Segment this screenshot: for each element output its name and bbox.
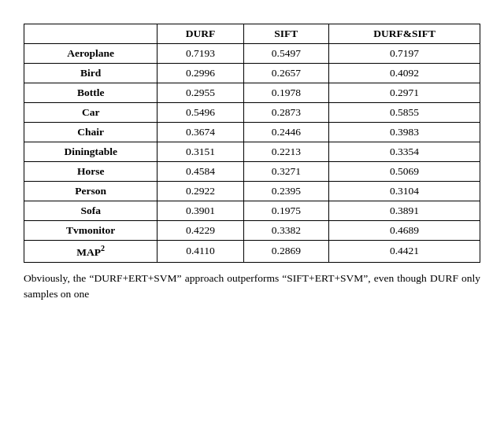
cell-sift: 0.2657 <box>243 64 328 83</box>
table-row: Horse0.45840.32710.5069 <box>24 162 480 182</box>
cell-durf-sift: 0.3891 <box>329 201 480 221</box>
cell-durf-sift: 0.4092 <box>329 64 480 83</box>
row-label: Aeroplane <box>24 44 158 64</box>
cell-durf: 0.3901 <box>158 201 243 221</box>
table-row: Bottle0.29550.19780.2971 <box>24 83 480 103</box>
cell-sift: 0.1978 <box>243 83 328 103</box>
cell-durf: 0.3151 <box>158 142 243 162</box>
cell-sift: 0.2873 <box>243 103 328 123</box>
row-label: Sofa <box>24 201 158 221</box>
footer-text: Obviously, the “DURF+ERT+SVM” approach o… <box>24 271 480 303</box>
row-label: Diningtable <box>24 142 158 162</box>
header-row: DURF SIFT DURF&SIFT <box>24 24 480 44</box>
row-label: Bird <box>24 64 158 83</box>
row-label: Chair <box>24 123 158 142</box>
table-row: Person0.29220.23950.3104 <box>24 182 480 201</box>
row-label: Person <box>24 182 158 201</box>
col-header-empty <box>24 24 158 44</box>
table-row: Bird0.29960.26570.4092 <box>24 64 480 83</box>
cell-durf-sift: 0.3104 <box>329 182 480 201</box>
page-container: DURF SIFT DURF&SIFT Aeroplane0.71930.549… <box>24 24 480 302</box>
table-row: Aeroplane0.71930.54970.7197 <box>24 44 480 64</box>
table-row: Diningtable0.31510.22130.3354 <box>24 142 480 162</box>
col-header-sift: SIFT <box>243 24 328 44</box>
cell-sift: 0.2869 <box>243 241 328 263</box>
cell-durf-sift: 0.5069 <box>329 162 480 182</box>
cell-durf-sift: 0.3983 <box>329 123 480 142</box>
cell-sift: 0.5497 <box>243 44 328 64</box>
cell-durf-sift: 0.5855 <box>329 103 480 123</box>
cell-durf: 0.5496 <box>158 103 243 123</box>
cell-durf: 0.7193 <box>158 44 243 64</box>
cell-durf-sift: 0.4421 <box>329 241 480 263</box>
cell-durf: 0.4584 <box>158 162 243 182</box>
cell-durf: 0.2922 <box>158 182 243 201</box>
cell-durf: 0.2996 <box>158 64 243 83</box>
table-row: Sofa0.39010.19750.3891 <box>24 201 480 221</box>
col-header-durf: DURF <box>158 24 243 44</box>
cell-durf: 0.4229 <box>158 221 243 241</box>
cell-durf-sift: 0.3354 <box>329 142 480 162</box>
row-label: Bottle <box>24 83 158 103</box>
table-row: Tvmonitor0.42290.33820.4689 <box>24 221 480 241</box>
cell-durf: 0.3674 <box>158 123 243 142</box>
cell-sift: 0.2446 <box>243 123 328 142</box>
cell-sift: 0.3271 <box>243 162 328 182</box>
cell-sift: 0.2395 <box>243 182 328 201</box>
row-label: Tvmonitor <box>24 221 158 241</box>
row-label: Horse <box>24 162 158 182</box>
cell-durf: 0.4110 <box>158 241 243 263</box>
table-row: Chair0.36740.24460.3983 <box>24 123 480 142</box>
cell-durf-sift: 0.7197 <box>329 44 480 64</box>
cell-sift: 0.3382 <box>243 221 328 241</box>
data-table: DURF SIFT DURF&SIFT Aeroplane0.71930.549… <box>24 24 480 263</box>
row-label: MAP2 <box>24 241 158 263</box>
row-label: Car <box>24 103 158 123</box>
table-row: MAP20.41100.28690.4421 <box>24 241 480 263</box>
cell-durf-sift: 0.4689 <box>329 221 480 241</box>
table-row: Car0.54960.28730.5855 <box>24 103 480 123</box>
cell-durf: 0.2955 <box>158 83 243 103</box>
cell-durf-sift: 0.2971 <box>329 83 480 103</box>
col-header-durf-sift: DURF&SIFT <box>329 24 480 44</box>
cell-sift: 0.1975 <box>243 201 328 221</box>
cell-sift: 0.2213 <box>243 142 328 162</box>
